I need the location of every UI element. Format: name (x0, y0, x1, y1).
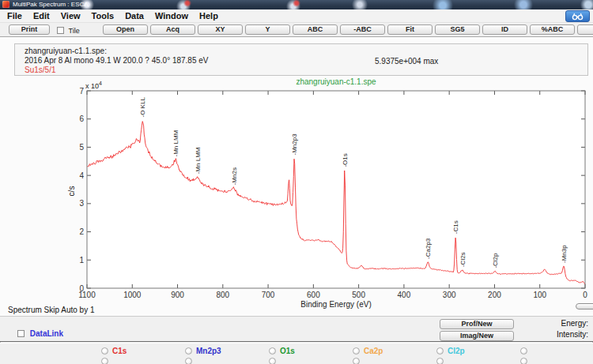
menu-data[interactable]: Data (119, 11, 149, 21)
toolbar-button-id[interactable]: ID (482, 24, 527, 35)
toolbar-button-open[interactable]: Open (103, 24, 148, 35)
menu-bar: File Edit View Tools Data Window Help (0, 9, 593, 23)
svg-text:0: 0 (79, 284, 84, 293)
svg-text:100: 100 (533, 291, 546, 299)
datalink-label: DataLink (30, 329, 63, 338)
svg-text:800: 800 (216, 291, 229, 299)
region-label-ca2p: Ca2p (364, 347, 383, 355)
info-box: zhangruiyuan-c1.1.spe: 2016 Apr 8 Al mon… (14, 43, 588, 76)
main-panel: zhangruiyuan-c1.1.spe: 2016 Apr 8 Al mon… (0, 37, 593, 316)
spectrum-skip-label: Spectrum Skip Auto by 1 (8, 306, 95, 314)
region-radio-cl2p[interactable] (436, 347, 444, 355)
region-label-c1s: C1s (112, 347, 127, 355)
region-radio-row2-1[interactable] (101, 358, 108, 364)
svg-text:2: 2 (79, 227, 84, 236)
region-label-mn2p3: Mn2p3 (196, 347, 221, 355)
svg-text:600: 600 (307, 291, 320, 299)
tile-checkbox[interactable] (57, 27, 64, 34)
svg-text:300: 300 (443, 291, 456, 299)
region-radio-row2-5[interactable] (436, 358, 444, 364)
toolbar: Print Tile Open Acq XY Y ABC -ABC Fit SG… (0, 23, 593, 37)
svg-text:-Mn LMM: -Mn LMM (172, 129, 179, 156)
max-counts: 5.9375e+004 max (375, 57, 438, 66)
toolbar-button-minus-abc[interactable]: -ABC (340, 24, 385, 35)
svg-text:-C1s: -C1s (452, 220, 459, 234)
menu-help[interactable]: Help (194, 11, 224, 21)
svg-text:4: 4 (79, 171, 84, 180)
svg-text:1100: 1100 (78, 291, 96, 299)
toolbar-button-acq[interactable]: Acq (150, 24, 195, 35)
svg-text:Binding Energy (eV): Binding Energy (eV) (300, 300, 372, 309)
title-bar[interactable]: MultiPak Spectrum : ESCA (0, 0, 593, 9)
menu-edit[interactable]: Edit (28, 11, 55, 21)
intensity-label: Intensity: (557, 330, 588, 339)
search-button[interactable] (565, 10, 590, 22)
acquisition-settings: 2016 Apr 8 Al mono 49.1 W 200.0 ? 45.0° … (25, 56, 587, 66)
svg-text:-Ca2p3: -Ca2p3 (425, 238, 432, 259)
svg-text:1: 1 (79, 256, 84, 265)
svg-text:-O1s: -O1s (342, 153, 349, 167)
svg-text:x 104: x 104 (85, 81, 102, 90)
corner-widget[interactable] (576, 303, 593, 310)
region-radio-ca2p[interactable] (353, 347, 360, 355)
region-radio-c1s[interactable] (101, 347, 108, 355)
svg-text:3: 3 (79, 199, 84, 208)
svg-text:500: 500 (352, 291, 365, 299)
menu-window[interactable]: Window (149, 11, 194, 21)
toolbar-button-sg5[interactable]: SG5 (435, 24, 480, 35)
svg-text:-Cl2s: -Cl2s (459, 252, 466, 267)
svg-text:6: 6 (79, 114, 84, 123)
toolbar-button-pct-abc[interactable]: %ABC (530, 24, 575, 35)
svg-text:-Cl2p: -Cl2p (492, 253, 499, 268)
svg-text:-Mn2s: -Mn2s (231, 167, 238, 185)
region-radio-row2-2[interactable] (185, 358, 192, 364)
binoculars-icon (571, 12, 584, 21)
tile-label: Tile (69, 27, 80, 35)
svg-text:200: 200 (488, 291, 501, 299)
svg-text:7: 7 (79, 87, 84, 96)
menu-view[interactable]: View (55, 11, 86, 21)
region-radio-empty[interactable] (520, 347, 527, 355)
region-id: Su1s/5/1 (25, 66, 587, 75)
region-radio-row2-4[interactable] (353, 358, 360, 364)
toolbar-button-abc[interactable]: ABC (293, 24, 338, 35)
region-radio-mn2p3[interactable] (185, 347, 192, 355)
datalink-checkbox[interactable] (17, 330, 25, 337)
svg-text:-Mn LMM: -Mn LMM (195, 147, 202, 174)
svg-text:-Mn3p: -Mn3p (561, 245, 568, 263)
toolbar-button-partial[interactable] (577, 24, 593, 35)
svg-text:5: 5 (79, 143, 84, 152)
svg-text:700: 700 (262, 291, 275, 299)
region-radio-row2-3[interactable] (269, 358, 276, 364)
imag-new-button[interactable]: Imag/New (440, 331, 514, 341)
svg-text:-Mn2p3: -Mn2p3 (291, 133, 298, 156)
spectrum-chart: 1100100090080070060050040030020010000123… (0, 37, 593, 316)
region-label-cl2p: Cl2p (448, 347, 465, 355)
svg-text:0: 0 (583, 291, 587, 299)
prof-new-button[interactable]: Prof/New (440, 319, 514, 329)
spe-filename: zhangruiyuan-c1.1.spe: (25, 47, 587, 56)
toolbar-button-y[interactable]: Y (245, 24, 290, 35)
region-radio-o1s[interactable] (269, 347, 276, 355)
app-icon (2, 1, 9, 8)
svg-text:1000: 1000 (123, 291, 142, 299)
svg-text:400: 400 (398, 291, 411, 299)
toolbar-button-xy[interactable]: XY (198, 24, 243, 35)
svg-text:900: 900 (171, 291, 184, 299)
window-title: MultiPak Spectrum : ESCA (13, 0, 89, 9)
footer-panel: DataLink Prof/New Imag/New Energy: Inten… (0, 316, 593, 342)
menu-tools[interactable]: Tools (86, 11, 120, 21)
svg-text:-O KLL: -O KLL (139, 97, 146, 118)
region-radio-row2-6[interactable] (520, 358, 527, 364)
region-selector-panel: C1s Mn2p3 O1s Ca2p Cl2p (0, 343, 593, 364)
energy-label: Energy: (561, 319, 588, 328)
region-label-o1s: O1s (280, 347, 295, 355)
toolbar-button-fit[interactable]: Fit (387, 24, 432, 35)
app-window: MultiPak Spectrum : ESCA File Edit View … (0, 0, 593, 364)
svg-text:zhangruiyuan-c1.1.spe: zhangruiyuan-c1.1.spe (296, 77, 376, 86)
print-button[interactable]: Print (9, 24, 50, 35)
svg-text:c/s: c/s (67, 186, 76, 197)
menu-file[interactable]: File (2, 11, 28, 21)
